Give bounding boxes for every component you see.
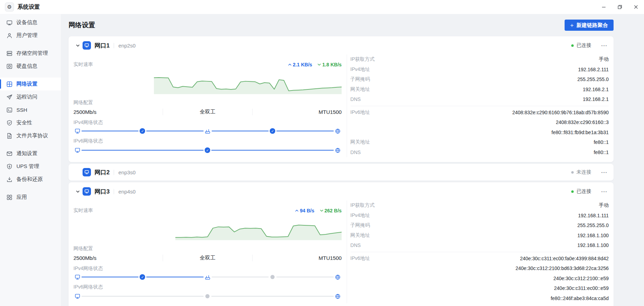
sidebar-item-label: 硬盘信息 xyxy=(16,63,37,70)
close-button[interactable] xyxy=(628,0,644,14)
sidebar-item-disk-info[interactable]: 硬盘信息 xyxy=(0,60,61,73)
duplex-mode: 全双工 xyxy=(163,255,253,261)
ipv6-status-label: IPv6网络状态 xyxy=(73,284,342,290)
restore-button[interactable] xyxy=(612,0,628,14)
sidebar-item-notification-settings[interactable]: 通知设置 xyxy=(0,147,61,160)
ipv4-status-slider: ✓ xyxy=(73,274,342,280)
port-name: 网口3 xyxy=(94,188,109,196)
ipv6-status-slider: ✓ xyxy=(73,147,342,154)
envelope-icon xyxy=(6,151,13,157)
sidebar-item-backup-restore[interactable]: 备份和还原 xyxy=(0,173,61,186)
sidebar-item-ups-management[interactable]: UPS 管理 xyxy=(0,160,61,173)
upload-rate: 94 B/s xyxy=(295,208,314,213)
chevron-down-icon[interactable] xyxy=(73,43,83,48)
ip-info-row: fe80::f831:fb9d:be1a:3b31 xyxy=(351,128,609,138)
sidebar-item-file-sharing[interactable]: 文件共享协议 xyxy=(0,129,61,142)
status-badge: 已连接 xyxy=(571,188,591,195)
network-config-row: 2500Mb/s 全双工 MTU1500 xyxy=(73,254,342,261)
sidebar-group-gap xyxy=(0,42,61,47)
realtime-traffic-chart xyxy=(73,70,342,95)
ipv6-status-slider xyxy=(73,293,342,300)
ip-info-row: IPv4地址192.168.2.111 xyxy=(351,65,609,75)
status-text: 已连接 xyxy=(576,188,591,195)
port3-card-header[interactable]: 网口3 enp4s0 已连接 ⋯ xyxy=(69,182,614,201)
more-menu-icon[interactable]: ⋯ xyxy=(601,189,607,195)
ip-info-row: 子网掩码255.255.255.0 xyxy=(351,220,609,231)
host-computer-icon xyxy=(75,274,80,280)
caret-down-icon xyxy=(318,64,321,66)
sidebar-item-storage-management[interactable]: 存储空间管理 xyxy=(0,47,61,60)
terminal-icon xyxy=(6,107,13,113)
ip-info-row: 240e:30c:c312:2100::e59 xyxy=(351,274,609,284)
ip-info-row: DNS192.168.1.100 xyxy=(351,240,609,250)
download-rate: 1.8 KB/s xyxy=(318,62,341,67)
sidebar-item-remote-access[interactable]: 远程访问 xyxy=(0,90,61,103)
header-divider xyxy=(114,43,114,48)
ip-info-row: 2408:832e:c290:6160::3 xyxy=(351,117,609,128)
system-settings-window: ⚙ 系统设置 设备信息 用户管理 xyxy=(0,0,644,306)
port2-card-header[interactable]: 网口2 enp3s0 未连接 ⋯ xyxy=(69,164,614,181)
ip-section-separator xyxy=(351,106,609,106)
ups-shield-bolt-icon xyxy=(6,163,13,170)
header-divider xyxy=(114,170,114,175)
mtu-value: MTU1500 xyxy=(253,109,342,115)
pending-node-icon xyxy=(270,275,275,279)
chevron-down-icon[interactable] xyxy=(73,189,83,194)
sidebar-item-network-settings[interactable]: 网络设置 xyxy=(0,78,61,90)
realtime-rate-label: 实时速率 xyxy=(73,61,93,67)
sidebar-item-apps[interactable]: 应用 xyxy=(0,191,61,204)
device-monitor-icon xyxy=(6,20,13,26)
link-speed: 2500Mb/s xyxy=(73,109,163,115)
ip-info-row: 网关地址192.168.1.100 xyxy=(351,231,609,241)
check-icon: ✓ xyxy=(140,128,145,134)
ip-info-row: IPv6地址2408:832e:c290:6160:9b76:18ab:d57b… xyxy=(351,108,609,118)
user-icon xyxy=(6,32,13,39)
page-title: 网络设置 xyxy=(69,21,95,30)
sidebar-item-label: 安全性 xyxy=(16,119,32,126)
rates: 94 B/s 262 B/s xyxy=(295,208,341,213)
sidebar-item-security[interactable]: 安全性 xyxy=(0,116,61,129)
gear-app-icon: ⚙ xyxy=(5,2,14,12)
network-settings-page: 网络设置 + 新建链路聚合 网口1 enp2s0 xyxy=(61,14,644,306)
sidebar-item-label: 应用 xyxy=(16,194,27,201)
port1-card-body: 实时速率 2.1 KB/s 1.8 KB/s xyxy=(69,54,614,162)
sidebar-item-ssh[interactable]: SSH xyxy=(0,103,61,116)
realtime-traffic-chart xyxy=(73,216,342,241)
status-text: 已连接 xyxy=(576,42,591,49)
ip-info-row: 子网掩码255.255.255.0 xyxy=(351,74,609,85)
router-icon xyxy=(205,274,211,280)
internet-globe-icon xyxy=(335,274,341,280)
ip-info-row: IPv6地址240e:30c:c311:ec00:fa0e:4399:884:8… xyxy=(351,254,609,264)
new-link-aggregation-button[interactable]: + 新建链路聚合 xyxy=(565,20,614,31)
ip-info-row: 网关地址192.168.2.1 xyxy=(351,85,609,95)
sidebar-item-label: 用户管理 xyxy=(16,32,37,39)
internet-globe-icon xyxy=(335,293,341,299)
sidebar-group-gap xyxy=(0,142,61,147)
minimize-button[interactable] xyxy=(596,0,612,14)
sidebar-item-label: SSH xyxy=(16,107,27,113)
sidebar-group-gap xyxy=(0,186,61,191)
interface-name: enp3s0 xyxy=(118,169,135,175)
sidebar-item-device-info[interactable]: 设备信息 xyxy=(0,16,61,29)
ip-info-row: 240e:30c:c311:ec00::e59 xyxy=(351,283,609,293)
host-computer-icon xyxy=(75,147,80,153)
ip-info-row: 网关地址fe80::1 xyxy=(351,137,609,147)
sidebar-item-user-management[interactable]: 用户管理 xyxy=(0,29,61,42)
apps-grid-icon xyxy=(6,194,13,201)
port1-card-header[interactable]: 网口1 enp2s0 已连接 ⋯ xyxy=(69,36,614,54)
rates: 2.1 KB/s 1.8 KB/s xyxy=(288,62,342,67)
ethernet-port-icon xyxy=(83,168,91,176)
ip-info-row: 240e:30c:c312:2100:bd63:3d68:22ca:3256 xyxy=(351,263,609,274)
more-menu-icon[interactable]: ⋯ xyxy=(601,43,607,49)
port3-ip-info-pane: IP获取方式手动 IPv4地址192.168.1.111 子网掩码255.255… xyxy=(347,201,614,303)
sidebar-item-label: 通知设置 xyxy=(16,150,37,157)
port1-ip-info-pane: IP获取方式手动 IPv4地址192.168.2.111 子网掩码255.255… xyxy=(347,54,614,157)
ip-info-row: IP获取方式手动 xyxy=(351,54,609,65)
titlebar: ⚙ 系统设置 xyxy=(0,0,644,14)
ipv4-status-label: IPv4网络状态 xyxy=(73,119,342,125)
window-title: 系统设置 xyxy=(17,3,40,11)
caret-down-icon xyxy=(320,210,323,212)
network-port-card-2: 网口2 enp3s0 未连接 ⋯ xyxy=(69,164,614,181)
more-menu-icon[interactable]: ⋯ xyxy=(601,169,607,175)
port1-traffic-pane: 实时速率 2.1 KB/s 1.8 KB/s xyxy=(69,54,347,154)
